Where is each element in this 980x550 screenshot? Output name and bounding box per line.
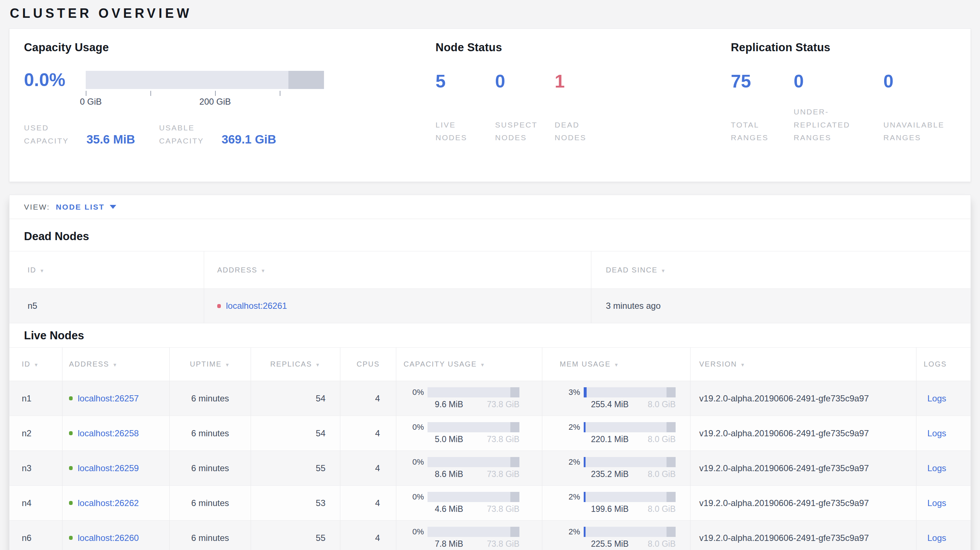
node-id: n2 (10, 416, 62, 450)
dead-col-address[interactable]: ADDRESS (204, 251, 591, 288)
mem-usage-cell: 3% 255.4 MiB 8.0 GiB (560, 387, 676, 409)
mem-percent: 3% (560, 388, 580, 397)
capacity-total-value: 73.8 GiB (487, 434, 520, 444)
dead-nodes-label: DEAD NODES (555, 118, 614, 144)
mem-bar-fill (584, 492, 585, 502)
cluster-summary-card: Capacity Usage 0.0% 0 GiB 200 GiB USED C… (9, 28, 971, 182)
live-col-address[interactable]: ADDRESS (62, 348, 170, 381)
node-replicas: 55 (251, 451, 340, 485)
mem-bar (584, 527, 676, 537)
unavailable-ranges-label: UNAVAILABLE RANGES (883, 118, 956, 144)
capacity-bar (428, 527, 519, 537)
replication-status-section: Replication Status 75 TOTAL RANGES 0 UND… (731, 41, 956, 169)
node-replicas: 53 (251, 486, 340, 520)
capacity-usage-cell: 0% 4.6 MiB 73.8 GiB (404, 492, 519, 514)
view-selector-dropdown[interactable]: NODE LIST (56, 203, 116, 211)
live-nodes-metric: 5 LIVE NODES (436, 72, 495, 144)
capacity-used-percent: 0.0% (24, 71, 86, 89)
dead-node-address-link[interactable]: localhost:26261 (226, 301, 287, 311)
live-node-row: n1 localhost:26257 6 minutes 54 4 0% (10, 381, 970, 416)
capacity-used-value: 4.6 MiB (428, 504, 463, 514)
mem-used-value: 220.1 MiB (584, 434, 629, 444)
dead-nodes-table-header: ID ADDRESS DEAD SINCE (10, 251, 970, 288)
live-col-capacity-usage[interactable]: CAPACITY USAGE (396, 348, 542, 381)
node-uptime: 6 minutes (170, 381, 251, 416)
capacity-total-value: 73.8 GiB (487, 504, 520, 514)
capacity-usage-cell: 0% 9.6 MiB 73.8 GiB (404, 387, 519, 409)
node-status-title: Node Status (436, 41, 731, 54)
capacity-used-value: 8.6 MiB (428, 469, 463, 479)
used-capacity-stat: USED CAPACITY 35.6 MiB (24, 121, 135, 147)
capacity-axis-label-200: 200 GiB (199, 97, 231, 107)
mem-total-value: 8.0 GiB (648, 434, 676, 444)
mem-bar-fill (584, 527, 585, 537)
capacity-gauge-bar (86, 71, 324, 89)
sort-caret-icon (312, 360, 321, 368)
node-version: v19.2.0-alpha.20190606-2491-gfe735c9a97 (690, 486, 916, 520)
live-node-row: n6 localhost:26260 6 minutes 55 4 0% (10, 520, 970, 550)
unavailable-ranges-metric: 0 UNAVAILABLE RANGES (883, 72, 956, 144)
mem-bar-fill (584, 387, 587, 397)
live-col-mem-usage[interactable]: MEM USAGE (542, 348, 690, 381)
node-address-link[interactable]: localhost:26260 (78, 533, 139, 543)
dead-node-row: n5 localhost:26261 3 minutes ago (10, 288, 970, 323)
node-logs-link[interactable]: Logs (928, 393, 946, 404)
capacity-gauge: 0 GiB 200 GiB (86, 71, 324, 107)
dead-status-dot-icon (217, 304, 221, 308)
under-replicated-ranges-label: UNDER- REPLICATED RANGES (794, 105, 883, 144)
mem-used-value: 255.4 MiB (584, 400, 629, 409)
capacity-used-value: 9.6 MiB (428, 400, 463, 409)
node-logs-link[interactable]: Logs (928, 428, 946, 439)
capacity-bar (428, 422, 519, 432)
chevron-down-icon (110, 205, 116, 209)
dead-col-id[interactable]: ID (10, 251, 204, 288)
replication-status-title: Replication Status (731, 41, 956, 54)
dead-nodes-metric: 1 DEAD NODES (555, 72, 614, 144)
live-nodes-table-header: ID ADDRESS UPTIME REPLICAS CPUS CAPACITY… (10, 347, 970, 381)
live-col-replicas[interactable]: REPLICAS (251, 348, 340, 381)
node-version: v19.2.0-alpha.20190606-2491-gfe735c9a97 (690, 416, 916, 450)
mem-percent: 2% (560, 492, 580, 502)
node-logs-link[interactable]: Logs (928, 463, 946, 473)
node-address-link[interactable]: localhost:26262 (78, 498, 139, 508)
node-replicas: 55 (251, 521, 340, 550)
under-replicated-ranges-count: 0 (794, 72, 883, 91)
view-selected-value: NODE LIST (56, 203, 105, 211)
node-address-link[interactable]: localhost:26259 (78, 463, 139, 473)
sort-caret-icon (477, 360, 486, 368)
capacity-bar-reserved-segment (510, 527, 519, 537)
node-address-link[interactable]: localhost:26257 (78, 393, 139, 404)
unavailable-ranges-count: 0 (883, 72, 956, 91)
sort-caret-icon (36, 266, 45, 274)
node-address-link[interactable]: localhost:26258 (78, 428, 139, 439)
live-node-row: n3 localhost:26259 6 minutes 55 4 0% (10, 450, 970, 485)
node-uptime: 6 minutes (170, 416, 251, 450)
node-cpus: 4 (340, 521, 396, 550)
mem-total-value: 8.0 GiB (648, 504, 676, 514)
capacity-percent: 0% (404, 492, 424, 502)
node-logs-link[interactable]: Logs (928, 533, 946, 543)
mem-total-value: 8.0 GiB (648, 400, 676, 409)
dead-col-dead-since[interactable]: DEAD SINCE (591, 251, 970, 288)
mem-bar-reserved-segment (667, 422, 676, 432)
live-col-version[interactable]: VERSION (690, 348, 916, 381)
mem-usage-cell: 2% 199.6 MiB 8.0 GiB (560, 492, 676, 514)
mem-usage-cell: 2% 220.1 MiB 8.0 GiB (560, 422, 676, 444)
live-nodes-count: 5 (436, 72, 495, 91)
capacity-gauge-ticks (86, 90, 324, 97)
node-replicas: 54 (251, 381, 340, 416)
mem-percent: 2% (560, 527, 580, 537)
capacity-axis-label-0: 0 GiB (80, 97, 102, 107)
node-logs-link[interactable]: Logs (928, 498, 946, 508)
total-ranges-count: 75 (731, 72, 794, 91)
capacity-bar-reserved-segment (510, 387, 519, 397)
live-nodes-heading: Live Nodes (10, 323, 970, 347)
capacity-total-value: 73.8 GiB (487, 400, 520, 409)
dead-nodes-count: 1 (555, 72, 614, 91)
sort-caret-icon (657, 266, 666, 274)
usable-capacity-stat: USABLE CAPACITY 369.1 GiB (159, 121, 276, 147)
node-uptime: 6 minutes (170, 486, 251, 520)
live-col-id[interactable]: ID (10, 348, 62, 381)
live-col-uptime[interactable]: UPTIME (170, 348, 251, 381)
mem-bar-fill (584, 422, 585, 432)
